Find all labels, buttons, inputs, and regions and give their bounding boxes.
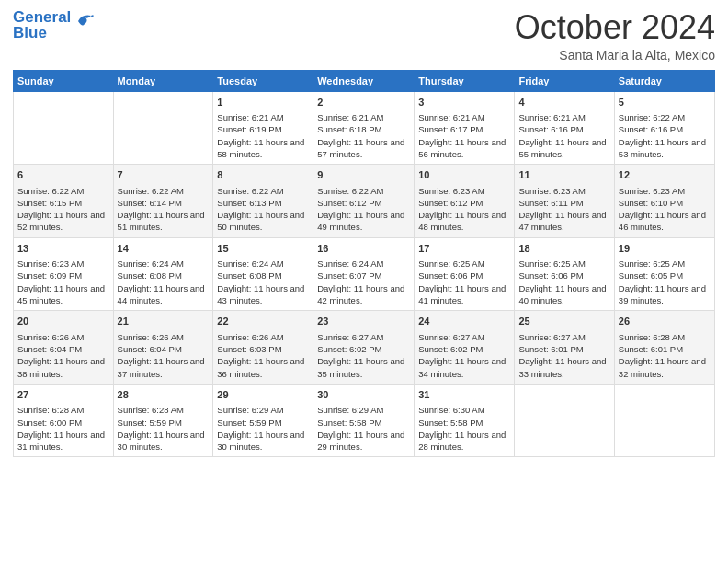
day-info: Daylight: 11 hours and 29 minutes. xyxy=(317,429,410,454)
day-info: Sunrise: 6:28 AM xyxy=(118,404,210,416)
day-info: Daylight: 11 hours and 35 minutes. xyxy=(317,355,410,380)
day-info: Sunrise: 6:29 AM xyxy=(217,404,309,416)
day-number: 30 xyxy=(317,388,410,402)
day-info: Sunset: 6:18 PM xyxy=(317,123,410,135)
day-info: Sunset: 5:59 PM xyxy=(217,417,309,429)
day-info: Sunset: 6:15 PM xyxy=(17,197,109,209)
weekday-header-saturday: Saturday xyxy=(614,70,714,91)
calendar-cell: 13Sunrise: 6:23 AMSunset: 6:09 PMDayligh… xyxy=(14,237,114,311)
day-info: Daylight: 11 hours and 49 minutes. xyxy=(317,209,410,234)
day-number: 25 xyxy=(518,315,609,328)
weekday-header-tuesday: Tuesday xyxy=(213,70,313,91)
calendar-cell: 9Sunrise: 6:22 AMSunset: 6:12 PMDaylight… xyxy=(313,165,415,238)
day-number: 22 xyxy=(217,315,309,328)
day-info: Sunrise: 6:27 AM xyxy=(518,331,609,343)
calendar-cell: 6Sunrise: 6:22 AMSunset: 6:15 PMDaylight… xyxy=(14,165,114,238)
day-info: Sunset: 5:59 PM xyxy=(118,417,210,429)
day-number: 14 xyxy=(118,242,210,256)
day-info: Sunrise: 6:22 AM xyxy=(217,185,309,197)
day-info: Daylight: 11 hours and 37 minutes. xyxy=(118,355,210,380)
day-info: Sunrise: 6:21 AM xyxy=(317,111,410,123)
calendar-cell: 18Sunrise: 6:25 AMSunset: 6:06 PMDayligh… xyxy=(515,237,614,311)
calendar-cell: 8Sunrise: 6:22 AMSunset: 6:13 PMDaylight… xyxy=(213,165,313,238)
day-info: Sunrise: 6:30 AM xyxy=(418,404,510,416)
day-number: 8 xyxy=(217,168,309,182)
day-number: 17 xyxy=(418,242,510,256)
day-info: Sunset: 6:02 PM xyxy=(418,343,510,355)
calendar-cell: 21Sunrise: 6:26 AMSunset: 6:04 PMDayligh… xyxy=(113,311,213,385)
day-info: Sunset: 6:19 PM xyxy=(217,123,309,135)
weekday-header-thursday: Thursday xyxy=(415,70,515,91)
day-info: Sunrise: 6:22 AM xyxy=(619,111,711,123)
calendar-page: General Blue October 2024 Santa Maria la… xyxy=(0,0,728,563)
day-info: Sunrise: 6:24 AM xyxy=(217,258,309,270)
day-info: Daylight: 11 hours and 40 minutes. xyxy=(518,282,609,307)
day-info: Sunrise: 6:23 AM xyxy=(17,258,109,270)
day-info: Daylight: 11 hours and 57 minutes. xyxy=(317,136,410,161)
day-info: Sunrise: 6:28 AM xyxy=(17,404,109,416)
day-info: Daylight: 11 hours and 44 minutes. xyxy=(118,282,210,307)
day-info: Daylight: 11 hours and 56 minutes. xyxy=(418,136,510,161)
calendar-cell: 19Sunrise: 6:25 AMSunset: 6:05 PMDayligh… xyxy=(614,237,714,311)
day-number: 28 xyxy=(118,388,210,402)
logo-blue: Blue xyxy=(13,25,71,40)
day-info: Sunset: 6:04 PM xyxy=(118,343,210,355)
calendar-cell xyxy=(515,384,614,457)
calendar-cell: 27Sunrise: 6:28 AMSunset: 6:00 PMDayligh… xyxy=(14,384,114,457)
calendar-cell: 11Sunrise: 6:23 AMSunset: 6:11 PMDayligh… xyxy=(515,165,614,238)
day-number: 9 xyxy=(317,168,410,182)
weekday-header-row: SundayMondayTuesdayWednesdayThursdayFrid… xyxy=(14,70,715,91)
day-number: 7 xyxy=(118,168,210,182)
day-info: Sunset: 6:06 PM xyxy=(418,270,510,282)
calendar-cell: 29Sunrise: 6:29 AMSunset: 5:59 PMDayligh… xyxy=(213,384,313,457)
day-number: 3 xyxy=(418,96,510,109)
logo-bird-icon xyxy=(74,12,95,34)
calendar-cell: 5Sunrise: 6:22 AMSunset: 6:16 PMDaylight… xyxy=(614,91,714,165)
day-info: Daylight: 11 hours and 39 minutes. xyxy=(619,282,711,307)
day-info: Daylight: 11 hours and 30 minutes. xyxy=(217,429,309,454)
day-number: 5 xyxy=(619,96,711,109)
calendar-cell: 31Sunrise: 6:30 AMSunset: 5:58 PMDayligh… xyxy=(415,384,515,457)
day-number: 13 xyxy=(17,242,109,256)
day-info: Sunset: 6:14 PM xyxy=(118,197,210,209)
day-info: Daylight: 11 hours and 50 minutes. xyxy=(217,209,309,234)
day-info: Sunset: 6:16 PM xyxy=(518,123,609,135)
day-info: Sunrise: 6:21 AM xyxy=(518,111,609,123)
day-number: 20 xyxy=(17,315,109,328)
day-info: Sunset: 6:08 PM xyxy=(217,270,309,282)
day-info: Sunrise: 6:26 AM xyxy=(17,331,109,343)
day-number: 27 xyxy=(17,388,109,402)
day-info: Daylight: 11 hours and 51 minutes. xyxy=(118,209,210,234)
calendar-cell: 14Sunrise: 6:24 AMSunset: 6:08 PMDayligh… xyxy=(113,237,213,311)
calendar-cell: 24Sunrise: 6:27 AMSunset: 6:02 PMDayligh… xyxy=(415,311,515,385)
day-info: Sunrise: 6:23 AM xyxy=(418,185,510,197)
day-number: 21 xyxy=(118,315,210,328)
day-info: Sunset: 6:12 PM xyxy=(418,197,510,209)
calendar-cell: 4Sunrise: 6:21 AMSunset: 6:16 PMDaylight… xyxy=(515,91,614,165)
day-info: Daylight: 11 hours and 30 minutes. xyxy=(118,429,210,454)
day-number: 6 xyxy=(17,168,109,182)
calendar-cell xyxy=(614,384,714,457)
day-number: 18 xyxy=(518,242,609,256)
weekday-header-wednesday: Wednesday xyxy=(313,70,415,91)
day-number: 26 xyxy=(619,315,711,328)
location: Santa Maria la Alta, Mexico xyxy=(515,48,715,63)
week-row-4: 20Sunrise: 6:26 AMSunset: 6:04 PMDayligh… xyxy=(14,311,715,385)
header: General Blue October 2024 Santa Maria la… xyxy=(13,9,715,63)
day-info: Daylight: 11 hours and 34 minutes. xyxy=(418,355,510,380)
calendar-cell: 25Sunrise: 6:27 AMSunset: 6:01 PMDayligh… xyxy=(515,311,614,385)
calendar-cell xyxy=(113,91,213,165)
calendar-cell: 12Sunrise: 6:23 AMSunset: 6:10 PMDayligh… xyxy=(614,165,714,238)
day-info: Daylight: 11 hours and 48 minutes. xyxy=(418,209,510,234)
week-row-2: 6Sunrise: 6:22 AMSunset: 6:15 PMDaylight… xyxy=(14,165,715,238)
day-info: Daylight: 11 hours and 31 minutes. xyxy=(17,429,109,454)
day-info: Sunrise: 6:27 AM xyxy=(317,331,410,343)
calendar-cell: 1Sunrise: 6:21 AMSunset: 6:19 PMDaylight… xyxy=(213,91,313,165)
logo: General Blue xyxy=(13,9,95,40)
day-info: Daylight: 11 hours and 41 minutes. xyxy=(418,282,510,307)
day-info: Daylight: 11 hours and 28 minutes. xyxy=(418,429,510,454)
month-title: October 2024 xyxy=(515,9,715,46)
day-info: Sunset: 5:58 PM xyxy=(317,417,410,429)
day-info: Sunset: 6:16 PM xyxy=(619,123,711,135)
day-info: Sunset: 6:10 PM xyxy=(619,197,711,209)
